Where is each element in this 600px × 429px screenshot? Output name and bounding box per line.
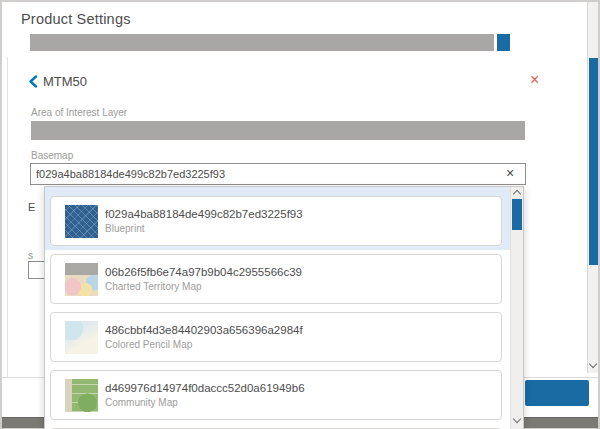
basemap-option-name: Colored Pencil Map: [105, 338, 303, 351]
basemap-thumbnail-icon: [65, 205, 98, 238]
main-scrollbar-thumb[interactable]: [589, 58, 598, 265]
obscured-label-fragment-2: s: [28, 250, 33, 261]
basemap-option[interactable]: 486cbbf4d3e84402903a656396a2984f Colored…: [45, 308, 510, 366]
basemap-option-id: f029a4ba88184de499c82b7ed3225f93: [105, 207, 303, 221]
basemap-option-id: 486cbbf4d3e84402903a656396a2984f: [105, 323, 303, 337]
obscured-label-fragment-1: E: [28, 201, 35, 213]
basemap-thumbnail-icon: [65, 321, 98, 354]
basemap-option-card[interactable]: d469976d14974f0daccc52d0a61949b6 Communi…: [50, 370, 502, 420]
basemap-option-card[interactable]: 486cbbf4d3e84402903a656396a2984f Colored…: [50, 312, 502, 362]
page-title: Product Settings: [21, 11, 131, 27]
panel-left-divider: [7, 57, 8, 377]
top-field-action-button[interactable]: [497, 34, 510, 51]
area-of-interest-label: Area of Interest Layer: [31, 107, 127, 118]
basemap-dropdown-panel: f029a4ba88184de499c82b7ed3225f93 Bluepri…: [44, 186, 524, 429]
basemap-option-card[interactable]: f029a4ba88184de499c82b7ed3225f93 Bluepri…: [50, 196, 502, 246]
scroll-down-icon[interactable]: [513, 415, 521, 423]
scroll-down-icon[interactable]: [589, 360, 597, 368]
basemap-option[interactable]: 06b26f5fb6e74a97b9b04c2955566c39 Charted…: [45, 250, 510, 308]
basemap-option-name: Blueprint: [105, 222, 303, 235]
dropdown-scrollbar[interactable]: [510, 187, 523, 429]
product-settings-window: Product Settings MTM50 × Area of Interes…: [0, 0, 600, 429]
back-button[interactable]: MTM50: [28, 74, 87, 89]
main-scrollbar[interactable]: [587, 2, 598, 373]
basemap-option[interactable]: f029a4ba88184de499c82b7ed3225f93 Bluepri…: [45, 187, 510, 250]
primary-action-button[interactable]: [525, 380, 589, 406]
basemap-option-id: d469976d14974f0daccc52d0a61949b6: [105, 381, 305, 395]
basemap-option-card[interactable]: 06b26f5fb6e74a97b9b04c2955566c39 Charted…: [50, 254, 502, 304]
basemap-thumbnail-icon: [65, 263, 98, 296]
close-icon[interactable]: ×: [530, 72, 539, 88]
dropdown-scrollbar-thumb[interactable]: [512, 199, 522, 230]
area-of-interest-field[interactable]: [31, 121, 525, 140]
basemap-label: Basemap: [31, 150, 73, 161]
chevron-left-icon: [28, 75, 38, 88]
clear-input-icon[interactable]: ×: [506, 166, 514, 180]
basemap-option-name: Community Map: [105, 396, 305, 409]
basemap-option-list: f029a4ba88184de499c82b7ed3225f93 Bluepri…: [45, 187, 510, 429]
redacted-top-field[interactable]: [30, 34, 494, 51]
basemap-thumbnail-icon: [65, 379, 98, 412]
basemap-input[interactable]: [30, 163, 526, 185]
basemap-option-id: 06b26f5fb6e74a97b9b04c2955566c39: [105, 265, 302, 279]
basemap-option-name: Charted Territory Map: [105, 280, 302, 293]
basemap-option[interactable]: d469976d14974f0daccc52d0a61949b6 Communi…: [45, 366, 510, 424]
back-label: MTM50: [43, 74, 87, 89]
scroll-up-icon[interactable]: [513, 190, 521, 198]
